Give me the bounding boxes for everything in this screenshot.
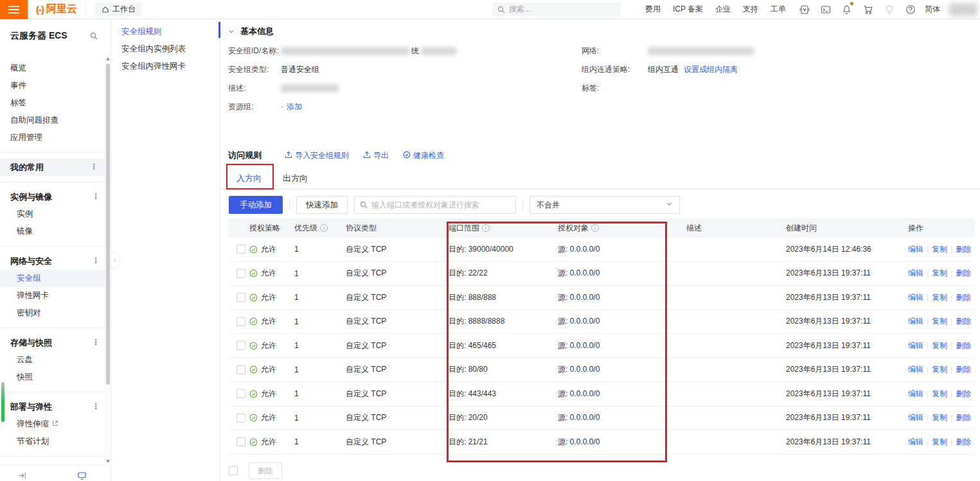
sidebar-scrollbar[interactable] — [105, 55, 111, 466]
sidebar-item-3[interactable]: 自助问题排查 — [0, 112, 111, 129]
row-checkbox[interactable] — [236, 389, 245, 398]
rules-search-input[interactable]: 输入端口或者授权对象进行搜索 — [354, 196, 516, 214]
basic-info-header[interactable]: 基本信息 — [228, 26, 274, 37]
sidebar-item-网络与安全-0[interactable]: 安全组 — [0, 270, 111, 287]
kebab-menu-icon[interactable]: ⋮ — [92, 188, 100, 206]
access-rules-action-0[interactable]: 导入安全组规则 — [285, 150, 349, 161]
row-checkbox[interactable] — [236, 437, 245, 446]
delete-link[interactable]: 删除 — [956, 364, 971, 375]
info-icon[interactable]: i — [591, 224, 599, 232]
sidebar-item-网络与安全-2[interactable]: 密钥对 — [0, 304, 111, 322]
delete-link[interactable]: 删除 — [956, 268, 971, 279]
batch-delete-button[interactable]: 删除 — [249, 462, 282, 479]
language-switcher[interactable]: 简体 — [925, 4, 940, 15]
edit-link[interactable]: 编辑 — [908, 389, 923, 399]
sidebar-item-存储与快照-1[interactable]: 快照 — [0, 369, 111, 386]
sidebar-item-存储与快照-0[interactable]: 云盘 — [0, 351, 111, 369]
sidebar-item-部署与弹性-0[interactable]: 弹性伸缩 — [0, 415, 111, 433]
topbar-menu-item-1[interactable]: ICP 备案 — [673, 4, 703, 15]
kebab-menu-icon[interactable]: ⋮ — [92, 252, 100, 270]
cloudshell-icon[interactable] — [820, 4, 831, 15]
scrollbar-thumb[interactable] — [106, 64, 110, 385]
subnav-item-0[interactable]: 安全组规则 — [111, 23, 220, 40]
row-checkbox[interactable] — [236, 245, 245, 254]
set-isolation-link[interactable]: 设置成组内隔离 — [684, 64, 738, 75]
monitor-icon[interactable] — [78, 471, 86, 481]
sidebar-group-1[interactable]: 实例与镜像⋮ — [0, 188, 111, 206]
edit-link[interactable]: 编辑 — [908, 364, 923, 375]
sidebar-item-网络与安全-1[interactable]: 弹性网卡 — [0, 287, 111, 304]
quick-add-button[interactable]: 快速添加 — [296, 196, 348, 214]
scroll-down-arrow-icon[interactable] — [106, 460, 110, 463]
notifications-bell-icon[interactable] — [841, 4, 852, 15]
lightbulb-icon[interactable] — [884, 4, 895, 15]
sidebar-group-4[interactable]: 部署与弹性⋮ — [0, 398, 111, 415]
row-checkbox[interactable] — [236, 414, 245, 423]
sidebar-item-2[interactable]: 标签 — [0, 94, 111, 112]
help-icon[interactable] — [905, 4, 916, 15]
row-checkbox[interactable] — [236, 269, 245, 278]
copy-link[interactable]: 复制 — [932, 268, 947, 279]
copy-link[interactable]: 复制 — [932, 316, 947, 327]
sidebar-group-2[interactable]: 网络与安全⋮ — [0, 252, 111, 270]
edit-link[interactable]: 编辑 — [908, 437, 923, 448]
avatar[interactable] — [949, 3, 977, 16]
copy-link[interactable]: 复制 — [932, 389, 947, 399]
sidebar-item-1[interactable]: 事件 — [0, 77, 111, 94]
sidebar-group-0[interactable]: 我的常用⋮ — [0, 159, 111, 176]
topbar-menu-item-2[interactable]: 企业 — [715, 4, 731, 15]
hamburger-menu-button[interactable] — [0, 0, 28, 19]
sidebar-item-实例与镜像-0[interactable]: 实例 — [0, 206, 111, 223]
info-icon[interactable]: i — [482, 224, 490, 232]
row-checkbox[interactable] — [236, 341, 245, 350]
kebab-menu-icon[interactable]: ⋮ — [92, 398, 100, 415]
delete-link[interactable]: 删除 — [956, 292, 971, 303]
access-rules-action-1[interactable]: 导出 — [363, 150, 389, 161]
topbar-menu-item-4[interactable]: 工单 — [771, 4, 786, 15]
merge-mode-select[interactable]: 不合并 — [530, 196, 680, 214]
copy-link[interactable]: 复制 — [932, 244, 947, 255]
edit-link[interactable]: 编辑 — [908, 340, 923, 351]
sidebar-item-部署与弹性-1[interactable]: 节省计划 — [0, 433, 111, 450]
manual-add-button[interactable]: 手动添加 — [229, 196, 283, 214]
delete-link[interactable]: 删除 — [956, 412, 971, 423]
row-checkbox[interactable] — [236, 365, 245, 374]
topbar-menu-item-0[interactable]: 费用 — [645, 4, 661, 15]
collapse-arrow-icon[interactable] — [18, 471, 26, 481]
delete-link[interactable]: 删除 — [956, 340, 971, 351]
topbar-search-input[interactable]: 搜索... — [492, 3, 621, 17]
sidebar-item-0[interactable]: 概览 — [0, 60, 111, 77]
edit-link[interactable]: 编辑 — [908, 292, 923, 303]
delete-link[interactable]: 删除 — [956, 316, 971, 327]
select-all-checkbox[interactable] — [229, 466, 238, 475]
collapse-sidebar-handle[interactable]: ‹ — [111, 252, 120, 268]
copy-link[interactable]: 复制 — [932, 292, 947, 303]
copy-link[interactable]: 复制 — [932, 412, 947, 423]
delete-link[interactable]: 删除 — [956, 389, 971, 399]
access-rules-action-2[interactable]: 健康检查 — [403, 150, 444, 161]
subnav-item-2[interactable]: 安全组内弹性网卡 — [111, 58, 220, 75]
delete-link[interactable]: 删除 — [956, 244, 971, 255]
edit-link[interactable]: 编辑 — [908, 268, 923, 279]
edit-link[interactable]: 编辑 — [908, 244, 923, 255]
alibaba-cloud-logo[interactable]: (-) 阿里云 — [36, 3, 77, 16]
copy-link[interactable]: 复制 — [932, 340, 947, 351]
topbar-menu-item-3[interactable]: 支持 — [743, 4, 758, 15]
copy-link[interactable]: 复制 — [932, 364, 947, 375]
tab-outbound[interactable]: 出方向 — [283, 173, 308, 184]
kebab-menu-icon[interactable]: ⋮ — [90, 159, 98, 176]
kebab-menu-icon[interactable]: ⋮ — [92, 334, 100, 351]
scroll-up-arrow-icon[interactable] — [106, 57, 110, 60]
workbench-button[interactable]: 工作台 — [94, 3, 142, 17]
edit-link[interactable]: 编辑 — [908, 412, 923, 423]
row-checkbox[interactable] — [236, 317, 245, 326]
edit-link[interactable]: 编辑 — [908, 316, 923, 327]
sidebar-item-4[interactable]: 应用管理 — [0, 129, 111, 146]
sidebar-item-实例与镜像-1[interactable]: 镜像 — [0, 223, 111, 240]
sidebar-group-3[interactable]: 存储与快照⋮ — [0, 334, 111, 351]
api-icon[interactable] — [799, 4, 810, 15]
add-resource-group-link[interactable]: 添加 — [287, 101, 302, 112]
cart-icon[interactable] — [862, 4, 873, 15]
info-icon[interactable]: i — [320, 224, 328, 232]
delete-link[interactable]: 删除 — [956, 437, 971, 448]
